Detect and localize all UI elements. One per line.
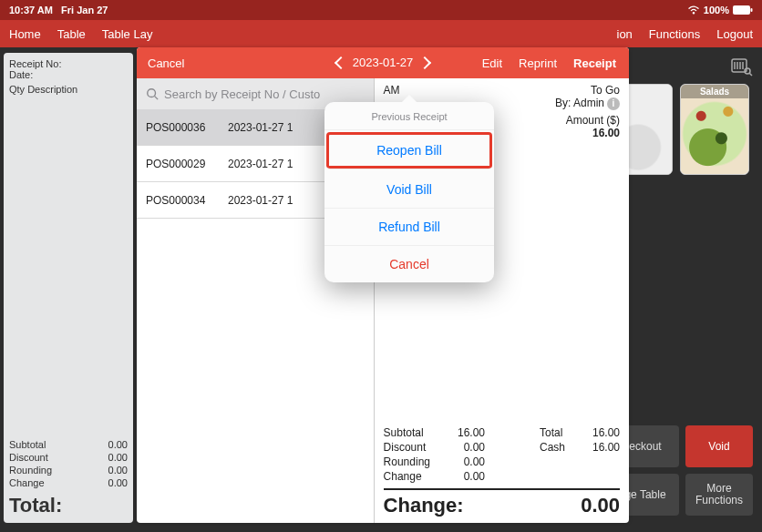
svg-rect-1 [751,8,753,12]
date-next-icon[interactable] [418,56,431,69]
d-subtotal: 16.00 [439,426,485,439]
l-discount: 0.00 [108,452,128,463]
date-prev-icon[interactable] [335,56,347,69]
menu-ion-fragment[interactable]: ion [617,27,633,41]
l-subtotal: 0.00 [108,439,128,450]
info-icon[interactable]: i [607,97,620,110]
wifi-icon [687,5,700,15]
modal-cancel[interactable]: Cancel [148,56,184,70]
battery-icon [733,5,753,15]
popover-title: Previous Receipt [324,102,494,130]
l-change: 0.00 [108,477,128,488]
l-rounding-label: Rounding [9,465,52,476]
d-rounding-label: Rounding [384,455,430,468]
barcode-search-icon[interactable] [731,58,753,77]
d-change-label: Change [384,470,430,483]
search-placeholder: Search by Receipt No / Custo [164,87,320,101]
menu-table[interactable]: Table [57,27,86,41]
amount-label: Amount ($) [566,114,620,127]
status-date: Fri Jan 27 [61,5,108,15]
battery-percent: 100% [704,5,729,15]
tile-label: Salads [681,85,748,98]
menu-bar: Home Table Table Lay ion Functions Logou… [0,20,762,47]
menu-layout[interactable]: Table Lay [102,27,153,41]
edit-menu-popover: Previous Receipt Reopen Bill Void Bill R… [324,102,494,282]
date-label: Date: [9,69,128,80]
status-time: 10:37 AM [9,5,53,15]
d-cash: 16.00 [574,441,620,454]
d-discount-label: Discount [384,441,430,454]
menu-home[interactable]: Home [9,27,41,41]
svg-point-9 [148,89,156,97]
left-receipt-panel: Receipt No: Date: Qty Description Subtot… [4,53,133,523]
d-total: 16.00 [574,426,620,439]
reopen-bill-item[interactable]: Reopen Bill [326,132,492,169]
big-change-value: 0.00 [581,494,620,517]
receipt-no: POS000036 [146,121,228,134]
l-total-label: Total: [9,494,128,517]
status-bar: 10:37 AM Fri Jan 27 100% [0,0,762,20]
product-tile-salads[interactable]: Salads [680,84,749,175]
tab-edit[interactable]: Edit [482,56,502,70]
amount-value: 16.00 [592,127,620,139]
l-subtotal-label: Subtotal [9,439,46,450]
tab-receipt[interactable]: Receipt [573,56,616,70]
receipt-no: POS000029 [146,158,228,170]
columns-header: Qty Description [9,84,128,95]
tab-reprint[interactable]: Reprint [519,56,557,70]
void-button[interactable]: Void [685,425,753,467]
svg-rect-0 [733,5,750,15]
void-bill-item[interactable]: Void Bill [324,171,494,209]
svg-line-10 [155,97,159,100]
search-icon [146,87,159,100]
menu-logout[interactable]: Logout [716,27,753,41]
popover-cancel-item[interactable]: Cancel [324,246,494,282]
menu-functions[interactable]: Functions [649,27,700,41]
more-functions-button[interactable]: More Functions [685,474,753,516]
d-subtotal-label: Subtotal [384,426,430,439]
detail-time: AM [384,84,400,97]
l-change-label: Change [9,477,45,488]
d-discount: 0.00 [439,441,485,454]
d-rounding: 0.00 [439,455,485,468]
modal-date[interactable]: 2023-01-27 [353,56,414,69]
svg-line-8 [749,73,752,76]
d-total-label: Total [540,426,565,439]
l-discount-label: Discount [9,452,48,463]
receipt-no-label: Receipt No: [9,58,128,69]
big-change-label: Change: [384,494,464,517]
detail-mode: To Go [555,84,620,97]
receipt-no: POS000034 [146,194,228,207]
detail-by: By: Admin [555,97,604,109]
d-cash-label: Cash [540,441,565,454]
l-rounding: 0.00 [108,465,128,476]
d-change: 0.00 [439,470,485,483]
refund-bill-item[interactable]: Refund Bill [324,209,494,246]
